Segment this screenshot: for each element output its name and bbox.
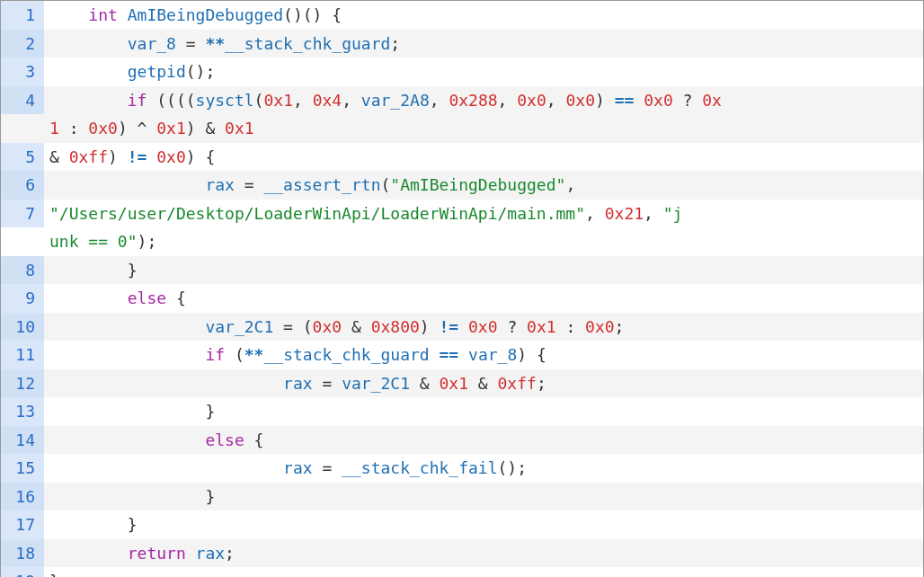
- keyword-if: if: [205, 345, 225, 364]
- code-text[interactable]: if ((((sysctl(0x1, 0x4, var_2A8, 0x288, …: [44, 86, 923, 143]
- code-text[interactable]: var_8 = **__stack_chk_guard;: [44, 30, 923, 58]
- code-line: 12 rax = var_2C1 & 0x1 & 0xff;: [1, 369, 923, 398]
- identifier: __stack_chk_guard: [225, 34, 390, 53]
- hex-literal: 0x1: [527, 317, 556, 336]
- variable: rax: [283, 374, 313, 393]
- variable: rax: [205, 175, 235, 194]
- code-line: 5 & 0xff) != 0x0) {: [1, 143, 923, 172]
- hex-literal: 0x0: [156, 147, 186, 166]
- code-text[interactable]: int AmIBeingDebugged()() {: [44, 1, 923, 30]
- keyword-else: else: [128, 288, 166, 307]
- variable: var_2C1: [342, 374, 410, 393]
- line-number: 8: [1, 256, 44, 285]
- hex-literal: 0x1: [225, 119, 254, 138]
- hex-literal: 0x1: [440, 374, 469, 393]
- code-line: 15 rax = __stack_chk_fail();: [1, 454, 923, 483]
- code-line: 11 if (**__stack_chk_guard == var_8) {: [1, 341, 923, 369]
- code-text[interactable]: else {: [44, 284, 923, 313]
- function-call: __stack_chk_fail: [342, 458, 497, 477]
- line-number: 13: [1, 397, 44, 426]
- hex-literal: 0x1: [263, 91, 293, 110]
- code-line: 19 }: [1, 567, 923, 577]
- hex-literal: 0x800: [371, 317, 420, 336]
- code-text[interactable]: if (**__stack_chk_guard == var_8) {: [44, 341, 923, 369]
- line-number: 6: [1, 171, 44, 200]
- code-text[interactable]: var_2C1 = (0x0 & 0x800) != 0x0 ? 0x1 : 0…: [44, 313, 923, 342]
- hex-literal: 0x0: [88, 119, 118, 138]
- hex-literal: 0x0: [585, 317, 615, 336]
- keyword-else: else: [205, 431, 244, 449]
- code-line: 7 "/Users/user/Desktop/LoaderWinApi/Load…: [1, 200, 923, 256]
- variable: var_2A8: [361, 91, 430, 110]
- paren-group: ()(): [283, 5, 322, 24]
- function-call: getpid: [128, 62, 186, 81]
- keyword-if: if: [128, 91, 147, 110]
- variable: var_2C1: [205, 317, 273, 336]
- code-line: 4 if ((((sysctl(0x1, 0x4, var_2A8, 0x288…: [1, 86, 923, 143]
- line-number: 17: [1, 510, 44, 539]
- line-number: 3: [1, 58, 44, 86]
- line-number: 5: [1, 143, 44, 172]
- line-number: 4: [1, 86, 44, 115]
- hex-literal: 0x4: [313, 91, 342, 110]
- line-number: 10: [1, 313, 44, 342]
- string-literal: "/Users/user/Desktop/LoaderWinApi/Loader…: [49, 204, 585, 223]
- code-text[interactable]: }: [44, 483, 923, 511]
- code-text[interactable]: & 0xff) != 0x0) {: [44, 143, 923, 172]
- code-line: 8 }: [1, 256, 923, 285]
- line-number: 11: [1, 341, 44, 369]
- line-number: 16: [1, 483, 44, 511]
- function-call: __assert_rtn: [263, 175, 380, 194]
- code-line: 1 int AmIBeingDebugged()() {: [1, 1, 923, 30]
- code-text[interactable]: }: [44, 397, 923, 426]
- hex-literal: 0x1: [156, 119, 186, 138]
- function-name: AmIBeingDebugged: [128, 5, 283, 24]
- code-line: 18 return rax;: [1, 539, 923, 568]
- code-line: 16 }: [1, 483, 923, 511]
- code-text[interactable]: rax = var_2C1 & 0x1 & 0xff;: [44, 369, 923, 398]
- code-editor: 1 int AmIBeingDebugged()() { 2 var_8 = *…: [1, 1, 923, 577]
- code-text[interactable]: }: [44, 256, 923, 285]
- string-literal: "AmIBeingDebugged": [390, 175, 565, 194]
- hex-literal: 0x21: [605, 204, 644, 223]
- function-call: sysctl: [196, 91, 254, 110]
- code-text[interactable]: getpid();: [44, 58, 923, 86]
- identifier: __stack_chk_guard: [263, 345, 429, 364]
- code-text[interactable]: else {: [44, 426, 923, 455]
- code-line: 3 getpid();: [1, 58, 923, 86]
- variable: rax: [283, 458, 313, 477]
- hex-literal: 0x0: [517, 91, 546, 110]
- code-line: 6 rax = __assert_rtn("AmIBeingDebugged",: [1, 171, 923, 200]
- hex-literal: 0xff: [69, 147, 108, 166]
- code-line: 17 }: [1, 510, 923, 539]
- code-line: 14 else {: [1, 426, 923, 455]
- operator-deref: **: [244, 345, 264, 364]
- code-line: 10 var_2C1 = (0x0 & 0x800) != 0x0 ? 0x1 …: [1, 313, 923, 342]
- code-text[interactable]: return rax;: [44, 539, 923, 568]
- code-line: 13 }: [1, 397, 923, 426]
- line-number: 14: [1, 426, 44, 455]
- keyword-return: return: [128, 544, 186, 563]
- operator-neq: !=: [118, 147, 156, 166]
- code-text[interactable]: rax = __assert_rtn("AmIBeingDebugged",: [44, 171, 923, 200]
- variable: var_8: [468, 345, 517, 364]
- line-number: 15: [1, 454, 44, 483]
- code-text[interactable]: rax = __stack_chk_fail();: [44, 454, 923, 483]
- hex-literal: 0xff: [498, 374, 537, 393]
- keyword-int: int: [88, 5, 118, 24]
- code-text[interactable]: }: [44, 567, 923, 577]
- variable: var_8: [128, 34, 176, 53]
- operator-neq: !=: [430, 317, 468, 336]
- line-number: 9: [1, 284, 44, 313]
- hex-literal: 0x0: [565, 91, 595, 110]
- code-text[interactable]: }: [44, 510, 923, 539]
- line-number: 2: [1, 30, 44, 58]
- line-number: 12: [1, 369, 44, 398]
- line-number: 7: [1, 200, 44, 228]
- code-line: 2 var_8 = **__stack_chk_guard;: [1, 30, 923, 58]
- hex-literal: 0x0: [644, 91, 673, 110]
- variable: rax: [196, 544, 226, 563]
- code-text[interactable]: "/Users/user/Desktop/LoaderWinApi/Loader…: [44, 200, 923, 256]
- operator-deref: **: [205, 34, 225, 53]
- hex-literal: 0x0: [313, 317, 342, 336]
